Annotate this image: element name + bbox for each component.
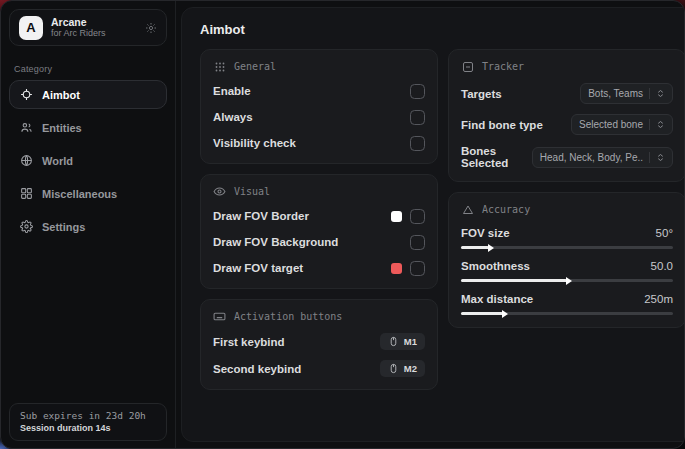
setting-label: Second keybind	[213, 363, 301, 375]
mouse-icon	[388, 363, 399, 374]
setting-row: Bones Selected Head, Neck, Body, Pe..	[461, 145, 673, 169]
visual-card: Visual Draw FOV Border Draw FOV Backgrou…	[200, 174, 438, 289]
section-title: Activation buttons	[234, 311, 342, 322]
app-logo: A	[19, 16, 43, 40]
setting-row: Find bone type Selected bone	[461, 114, 673, 135]
sidebar-nav: Aimbot Entities	[1, 80, 175, 241]
setting-row: Visibility check	[213, 135, 425, 151]
sidebar-item-entities[interactable]: Entities	[9, 113, 167, 142]
sidebar-item-label: Miscellaneous	[42, 188, 117, 200]
category-label: Category	[1, 54, 175, 80]
sidebar-item-settings[interactable]: Settings	[9, 212, 167, 241]
sidebar-item-label: Aimbot	[42, 89, 80, 101]
main-area: Aimbot	[176, 1, 685, 448]
fov-size-setting: FOV size 50°	[461, 227, 673, 249]
section-title: Tracker	[482, 61, 524, 72]
main-panel: Aimbot	[181, 7, 685, 442]
keybind-value: M1	[404, 336, 417, 347]
selector-chevrons-icon	[656, 119, 665, 130]
setting-label: Find bone type	[461, 119, 543, 131]
selector-chevrons-icon	[656, 152, 665, 163]
sidebar-item-label: Entities	[42, 122, 82, 134]
app-title: Arcane	[51, 16, 137, 28]
setting-label: Draw FOV Border	[213, 210, 309, 222]
subscription-card: Sub expires in 23d 20h Session duration …	[9, 403, 167, 441]
section-title: Accuracy	[482, 204, 530, 215]
slider-thumb[interactable]	[502, 310, 508, 318]
divider	[649, 152, 650, 163]
entities-icon	[20, 121, 33, 134]
settings-gear-icon[interactable]	[145, 22, 157, 34]
setting-row: Targets Bots, Teams	[461, 83, 673, 104]
fov-target-color-swatch[interactable]	[391, 263, 402, 274]
mouse-icon	[388, 336, 399, 347]
divider	[649, 88, 650, 99]
keybind-value: M2	[404, 363, 417, 374]
setting-label: Draw FOV Background	[213, 236, 338, 248]
triangle-icon	[461, 203, 474, 216]
setting-row: Draw FOV Background	[213, 234, 425, 250]
first-keybind-button[interactable]: M1	[380, 333, 425, 350]
brand-text: Arcane for Arc Riders	[51, 16, 137, 38]
select-value: Selected bone	[579, 119, 643, 130]
max-distance-slider[interactable]	[461, 312, 673, 315]
setting-row: Enable	[213, 83, 425, 99]
draw-fov-border-checkbox[interactable]	[410, 209, 425, 224]
draw-fov-target-checkbox[interactable]	[410, 261, 425, 276]
app-subtitle: for Arc Riders	[51, 28, 137, 38]
crosshair-icon	[20, 88, 33, 101]
fov-size-slider[interactable]	[461, 246, 673, 249]
setting-row: Draw FOV Border	[213, 208, 425, 224]
setting-label: Always	[213, 111, 253, 123]
divider	[649, 119, 650, 130]
smoothness-setting: Smoothness 50.0	[461, 260, 673, 282]
activation-card: Activation buttons First keybind	[200, 299, 438, 390]
sidebar-item-world[interactable]: World	[9, 146, 167, 175]
slider-fill	[461, 279, 567, 282]
setting-row: Second keybind M2	[213, 360, 425, 377]
draw-fov-background-checkbox[interactable]	[410, 235, 425, 250]
select-value: Bots, Teams	[588, 88, 643, 99]
left-column: General Enable Always Visibility check	[200, 49, 438, 390]
slider-fill	[461, 246, 489, 249]
setting-label: Smoothness	[461, 260, 530, 272]
slider-fill	[461, 312, 503, 315]
gear-icon	[20, 220, 33, 233]
setting-value: 50.0	[651, 260, 673, 272]
enable-checkbox[interactable]	[410, 84, 425, 99]
setting-row: First keybind M1	[213, 333, 425, 350]
setting-value: 50°	[656, 227, 673, 239]
sidebar: A Arcane for Arc Riders Category	[1, 1, 176, 448]
tracker-frame-icon	[461, 60, 474, 73]
max-distance-setting: Max distance 250m	[461, 293, 673, 315]
sidebar-item-miscellaneous[interactable]: Miscellaneous	[9, 179, 167, 208]
sidebar-item-label: Settings	[42, 221, 85, 233]
always-checkbox[interactable]	[410, 110, 425, 125]
selector-chevrons-icon	[656, 88, 665, 99]
smoothness-slider[interactable]	[461, 279, 673, 282]
setting-label: Targets	[461, 88, 502, 100]
setting-label: Draw FOV target	[213, 262, 303, 274]
setting-label: First keybind	[213, 336, 285, 348]
app-window: A Arcane for Arc Riders Category	[0, 0, 685, 449]
setting-label: Max distance	[461, 293, 533, 305]
eye-icon	[213, 185, 226, 198]
targets-select[interactable]: Bots, Teams	[580, 83, 673, 104]
select-value: Head, Neck, Body, Pe..	[540, 152, 643, 163]
keyboard-icon	[213, 310, 226, 323]
find-bone-type-select[interactable]: Selected bone	[571, 114, 673, 135]
section-title: Visual	[234, 186, 270, 197]
sub-expiry-text: Sub expires in 23d 20h	[20, 410, 156, 421]
slider-thumb[interactable]	[488, 244, 494, 252]
slider-thumb[interactable]	[566, 277, 572, 285]
visibility-check-checkbox[interactable]	[410, 136, 425, 151]
grid-icon	[20, 187, 33, 200]
second-keybind-button[interactable]: M2	[380, 360, 425, 377]
right-column: Tracker Targets Bots, Teams	[448, 49, 685, 328]
page-title: Aimbot	[200, 22, 685, 37]
setting-label: FOV size	[461, 227, 510, 239]
setting-label: Visibility check	[213, 137, 296, 149]
bones-selected-select[interactable]: Head, Neck, Body, Pe..	[532, 147, 673, 168]
sidebar-item-aimbot[interactable]: Aimbot	[9, 80, 167, 109]
fov-border-color-swatch[interactable]	[391, 211, 402, 222]
